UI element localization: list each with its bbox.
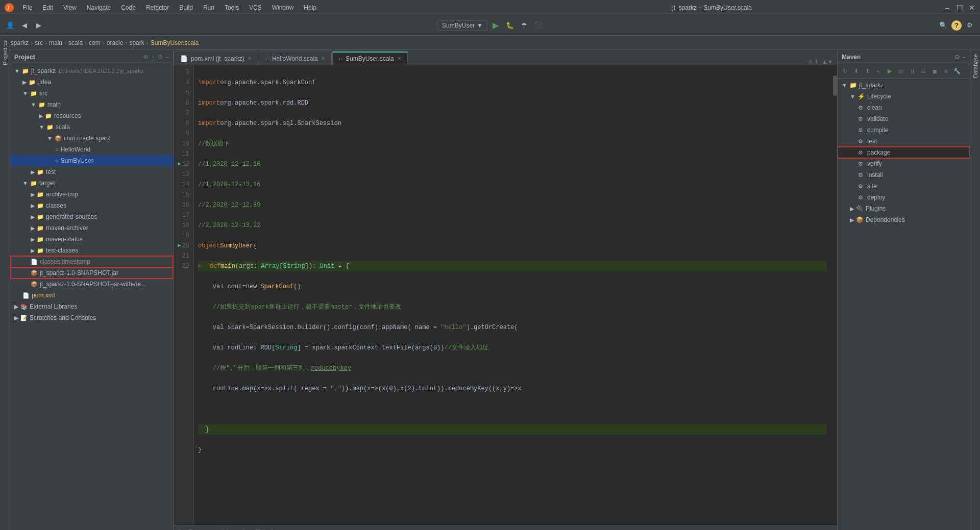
maven-m-btn[interactable]: m [896, 66, 906, 77]
maven-item-test[interactable]: ⚙ test [838, 136, 970, 147]
maven-skip-test-btn[interactable]: ⏹ [929, 66, 940, 77]
breadcrumb-item-5[interactable]: oracle [107, 39, 124, 46]
tab-close-icon[interactable]: ✕ [321, 56, 325, 61]
search-everywhere-button[interactable]: 🔍 [937, 19, 949, 32]
tree-item-sumbyuser[interactable]: ○ SumByUser [10, 155, 173, 166]
breadcrumb-item-1[interactable]: src [35, 39, 43, 46]
window-controls[interactable]: – ☐ ✕ [943, 4, 976, 12]
close-button[interactable]: ✕ [968, 4, 976, 12]
breadcrumb-item-3[interactable]: scala [68, 39, 83, 46]
tab-pom[interactable]: 📄 pom.xml (jt_sparkz) ✕ [174, 52, 258, 65]
menu-vcs[interactable]: VCS [245, 3, 266, 12]
tree-item-helloworld[interactable]: ○ HelloWorld [10, 144, 173, 155]
run-with-coverage-button[interactable]: ☂ [518, 19, 530, 32]
maven-show-deps-btn[interactable]: ≡ [941, 66, 951, 77]
tree-item-jar-snapshot-with-dep[interactable]: 📦 jt_sparkz-1.0-SNAPSHOT-jar-with-de... [10, 279, 173, 290]
menu-code[interactable]: Code [117, 3, 140, 12]
run-config-dropdown[interactable]: SumByUser ▼ [437, 20, 487, 31]
maven-item-jt-sparkz[interactable]: ▼ 📁 jt_sparkz [838, 80, 970, 91]
tree-item-jar-snapshot[interactable]: 📦 jt_sparkz-1.0-SNAPSHOT.jar [10, 267, 173, 279]
tree-item-test[interactable]: ▶ 📁 test [10, 166, 173, 178]
tree-item-classes[interactable]: ▶ 📁 classes [10, 200, 173, 211]
minimize-button[interactable]: – [943, 4, 951, 12]
forward-button[interactable]: ▶ [33, 19, 45, 32]
tree-item-jt-sparkz[interactable]: ▼ 📁 jt_sparkz D:\IntelliJ IDEA 2021.2.1\… [10, 65, 173, 77]
project-icon-minimize[interactable]: – [166, 54, 169, 60]
maven-item-compile[interactable]: ⚙ compile [838, 124, 970, 136]
menu-edit[interactable]: Edit [38, 3, 57, 12]
tree-item-package[interactable]: ▼ 📦 com.oracle.spark [10, 133, 173, 144]
project-icon-collapse[interactable]: ≡ [151, 54, 154, 60]
maven-item-plugins[interactable]: ▶ 🔌 Plugins [838, 203, 970, 214]
maven-run-btn[interactable]: ▶ [885, 66, 895, 77]
menu-help[interactable]: Help [300, 3, 321, 12]
maven-item-install[interactable]: ⚙ install [838, 169, 970, 181]
maven-pause-btn[interactable]: ⏸ [907, 66, 917, 77]
scroll-thumb[interactable] [833, 75, 837, 96]
menu-file[interactable]: File [18, 3, 36, 12]
help-button[interactable]: ? [951, 20, 962, 31]
tree-item-main[interactable]: ▼ 📁 main [10, 99, 173, 110]
tab-sumbyuser[interactable]: ○ SumByUser.scala ✕ [332, 52, 408, 65]
menu-tools[interactable]: Tools [220, 3, 243, 12]
breadcrumb-item-0[interactable]: jt_sparkz [4, 39, 29, 46]
maven-item-validate[interactable]: ⚙ validate [838, 113, 970, 124]
maven-item-package[interactable]: ⚙ package [838, 147, 970, 158]
tab-close-icon[interactable]: ✕ [248, 56, 252, 61]
tree-item-test-classes[interactable]: ▶ 📁 test-classes [10, 245, 173, 256]
stop-button[interactable]: ⬛ [532, 19, 545, 32]
tree-item-scala[interactable]: ▼ 📁 scala [10, 121, 173, 133]
tab-helloworld[interactable]: ○ HelloWorld.scala ✕ [259, 52, 332, 65]
menu-window[interactable]: Window [268, 3, 298, 12]
menu-refactor[interactable]: Refactor [142, 3, 173, 12]
maven-add-btn[interactable]: + [873, 66, 884, 77]
maven-minimize-icon[interactable]: – [962, 54, 966, 61]
settings-button[interactable]: ⚙ [964, 19, 976, 32]
tree-item-archive-tmp[interactable]: ▶ 📁 archive-tmp [10, 189, 173, 200]
project-icon-locate[interactable]: ⊕ [143, 54, 148, 60]
code-editor[interactable]: import org.apache.spark.SparkConf import… [194, 65, 831, 525]
maven-item-site[interactable]: ⚙ site [838, 181, 970, 192]
maven-item-dependencies[interactable]: ▶ 📦 Dependencies [838, 214, 970, 225]
maven-settings-icon[interactable]: ⚙ [954, 54, 960, 61]
tree-item-maven-archiver[interactable]: ▶ 📁 maven-archiver [10, 222, 173, 234]
maven-toggle-offline-btn[interactable]: ☷ [918, 66, 928, 77]
tree-item-classes-timestamp[interactable]: 📄 classes.timestamp [10, 256, 173, 267]
maven-item-lifecycle[interactable]: ▼ ⚡ Lifecycle [838, 91, 970, 102]
maven-item-deploy[interactable]: ⚙ deploy [838, 192, 970, 203]
maven-wrench-btn[interactable]: 🔧 [952, 66, 962, 77]
tree-item-generated-sources[interactable]: ▶ 📁 generated-sources [10, 211, 173, 222]
menu-view[interactable]: View [59, 3, 81, 12]
maven-item-verify[interactable]: ⚙ verify [838, 158, 970, 169]
database-label[interactable]: Database [972, 52, 978, 80]
profile-dropdown[interactable]: 👤 [4, 19, 16, 32]
maven-upload-btn[interactable]: ⬆ [862, 66, 872, 77]
tree-item-target[interactable]: ▼ 📁 target [10, 178, 173, 189]
breadcrumb-item-4[interactable]: com [89, 39, 101, 46]
tree-item-scratches[interactable]: ▶ 📝 Scratches and Consoles [10, 312, 173, 323]
run-button[interactable]: ▶ [489, 19, 502, 32]
back-button[interactable]: ◀ [18, 19, 31, 32]
scroll-up-icon[interactable]: ▲ [822, 59, 827, 65]
menu-run[interactable]: Run [199, 3, 218, 12]
tree-item-pom[interactable]: 📄 pom.xml [10, 290, 173, 301]
tree-item-resources[interactable]: ▶ 📁 resources [10, 110, 173, 121]
menu-navigate[interactable]: Navigate [83, 3, 115, 12]
project-icon-settings[interactable]: ⚙ [158, 54, 163, 60]
editor-scrollbar[interactable] [831, 65, 837, 525]
breadcrumb-item-2[interactable]: main [49, 39, 62, 46]
maven-download-sources-btn[interactable]: ⬇ [851, 66, 861, 77]
maximize-button[interactable]: ☐ [955, 4, 964, 12]
tree-item-idea[interactable]: ▶ 📁 .idea [10, 77, 173, 88]
tree-item-maven-status[interactable]: ▶ 📁 maven-status [10, 234, 173, 245]
maven-refresh-btn[interactable]: ↻ [840, 66, 850, 77]
project-icon[interactable]: Project [1, 52, 10, 61]
scroll-down-icon[interactable]: ▼ [827, 59, 833, 65]
menu-build[interactable]: Build [175, 3, 197, 12]
tab-close-icon[interactable]: ✕ [397, 56, 401, 61]
breadcrumb-item-7[interactable]: SumByUser.scala [151, 39, 199, 46]
breadcrumb-item-6[interactable]: spark [129, 39, 144, 46]
debug-button[interactable]: 🐛 [504, 19, 516, 32]
tree-item-src[interactable]: ▼ 📁 src [10, 88, 173, 99]
tree-item-external-libraries[interactable]: ▶ 📚 External Libraries [10, 301, 173, 312]
